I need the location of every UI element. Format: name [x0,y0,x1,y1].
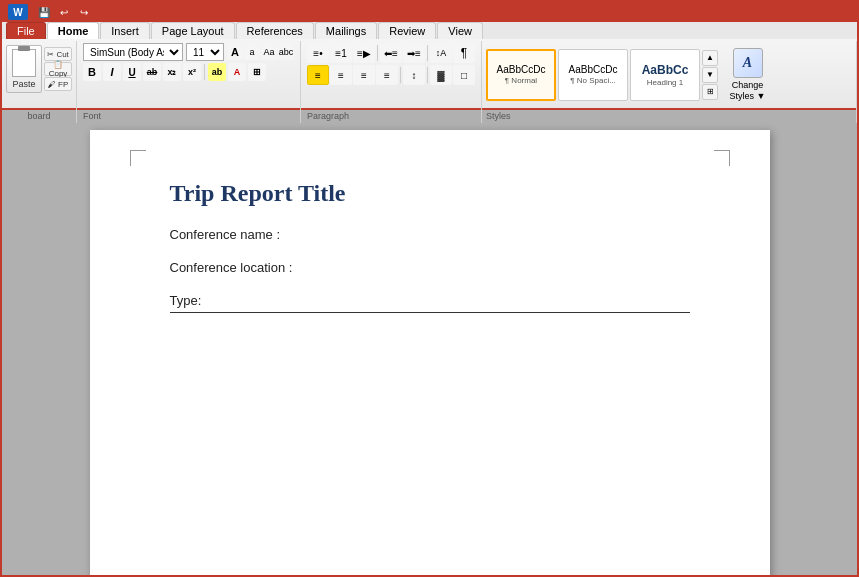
conference-location-label: Conference location : [170,260,293,275]
styles-gallery: AaBbCcDc ¶ Normal AaBbCcDc ¶ No Spaci...… [486,43,852,107]
align-right-button[interactable]: ≡ [353,65,375,85]
conference-location-field: Conference location : [170,260,690,275]
show-hide-button[interactable]: ¶ [453,43,475,63]
change-styles-button[interactable]: A ChangeStyles ▼ [720,43,775,107]
font-size-buttons: A a Aa abc [227,44,294,60]
font-color-button[interactable]: A [228,63,246,81]
style-heading1[interactable]: AaBbCc Heading 1 [630,49,700,101]
para-divider4 [427,67,428,83]
gallery-scroll-up[interactable]: ▲ [702,50,718,66]
paragraph-section-label: Paragraph [307,111,349,121]
decrease-font-size-button[interactable]: a [244,44,260,60]
tab-file[interactable]: File [6,22,46,39]
tab-references[interactable]: References [236,22,314,39]
ribbon-tabs: File Home Insert Page Layout References … [2,22,857,39]
borders-button[interactable]: □ [453,65,475,85]
ribbon: File Home Insert Page Layout References … [2,22,857,110]
style-normal-preview: AaBbCcDc [497,64,546,75]
styles-section: AaBbCcDc ¶ Normal AaBbCcDc ¶ No Spaci...… [482,41,857,123]
style-normal[interactable]: AaBbCcDc ¶ Normal [486,49,556,101]
font-divider [204,64,205,80]
clipboard-label: board [27,111,50,121]
clipboard-small-buttons: ✂ Cut 📋 Copy 🖌 FP [44,47,72,91]
document-page: Trip Report Title Conference name : Conf… [90,130,770,575]
clipboard-buttons: Paste ✂ Cut 📋 Copy 🖌 FP [6,45,72,93]
subscript-button[interactable]: x₂ [163,63,181,81]
superscript-button[interactable]: x² [183,63,201,81]
style-no-spacing[interactable]: AaBbCcDc ¶ No Spaci... [558,49,628,101]
font-row1: SimSun (Body As... 11 A a Aa abc [83,43,294,61]
font-section-label: Font [83,111,101,121]
shading-button[interactable]: ⊞ [248,63,266,81]
font-family-select[interactable]: SimSun (Body As... [83,43,183,61]
type-field: Type: [170,293,690,313]
page-corner-top-left [130,150,146,166]
change-styles-label: ChangeStyles ▼ [730,80,766,102]
save-button[interactable]: 💾 [36,4,52,20]
text-highlight-button[interactable]: ab [208,63,226,81]
document-title: Trip Report Title [170,180,690,207]
underline-button[interactable]: U [123,63,141,81]
numbered-list-button[interactable]: ≡1 [330,43,352,63]
decrease-indent-button[interactable]: ⬅≡ [380,43,402,63]
para-row1: ≡• ≡1 ≡▶ ⬅≡ ➡≡ ↕A ¶ [307,43,475,63]
shading-fill-button[interactable]: ▓ [430,65,452,85]
styles-section-label: Styles [486,111,511,121]
bold-button[interactable]: B [83,63,101,81]
style-heading1-preview: AaBbCc [642,63,689,77]
text-effects-button[interactable]: abc [278,44,294,60]
clear-format-button[interactable]: Aa [261,44,277,60]
increase-indent-button[interactable]: ➡≡ [403,43,425,63]
copy-button[interactable]: 📋 Copy [44,62,72,76]
align-left-button[interactable]: ≡ [307,65,329,85]
paste-icon [12,49,36,77]
gallery-arrows: ▲ ▼ ⊞ [702,50,718,100]
style-heading1-name: Heading 1 [647,78,683,87]
gallery-scroll-down[interactable]: ▼ [702,67,718,83]
change-styles-icon: A [733,48,763,78]
para-divider2 [427,45,428,61]
increase-font-size-button[interactable]: A [227,44,243,60]
app-window: W 💾 ↩ ↪ File Home Insert Page Layout Ref… [0,0,859,577]
tab-home[interactable]: Home [47,22,100,39]
conference-name-field: Conference name : [170,227,690,242]
document-area: Trip Report Title Conference name : Conf… [2,110,857,575]
style-no-spacing-preview: AaBbCcDc [569,64,618,75]
multilevel-list-button[interactable]: ≡▶ [353,43,375,63]
tab-review[interactable]: Review [378,22,436,39]
sort-button[interactable]: ↕A [430,43,452,63]
gallery-expand[interactable]: ⊞ [702,84,718,100]
align-center-button[interactable]: ≡ [330,65,352,85]
line-spacing-button[interactable]: ↕ [403,65,425,85]
clipboard-section: Paste ✂ Cut 📋 Copy 🖌 FP board [2,41,77,123]
tab-view[interactable]: View [437,22,483,39]
quick-access-toolbar: W 💾 ↩ ↪ [2,2,857,22]
font-section: SimSun (Body As... 11 A a Aa abc B I [77,41,301,123]
tab-insert[interactable]: Insert [100,22,150,39]
page-corner-top-right [714,150,730,166]
paste-label: Paste [12,79,35,89]
cut-button[interactable]: ✂ Cut [44,47,72,61]
justify-button[interactable]: ≡ [376,65,398,85]
style-normal-name: ¶ Normal [505,76,537,85]
format-painter-button[interactable]: 🖌 FP [44,77,72,91]
word-logo: W [8,4,28,20]
ribbon-content: Paste ✂ Cut 📋 Copy 🖌 FP board SimSun (Bo… [2,39,857,125]
para-divider3 [400,67,401,83]
tab-mailings[interactable]: Mailings [315,22,377,39]
style-no-spacing-name: ¶ No Spaci... [570,76,616,85]
strikethrough-button[interactable]: ab [143,63,161,81]
conference-name-label: Conference name : [170,227,281,242]
undo-button[interactable]: ↩ [56,4,72,20]
type-label: Type: [170,293,202,308]
para-divider1 [377,45,378,61]
tab-page-layout[interactable]: Page Layout [151,22,235,39]
bullet-list-button[interactable]: ≡• [307,43,329,63]
font-row2: B I U ab x₂ x² ab A ⊞ [83,63,294,81]
italic-button[interactable]: I [103,63,121,81]
font-size-select[interactable]: 11 [186,43,224,61]
paste-button[interactable]: Paste [6,45,42,93]
paragraph-section: ≡• ≡1 ≡▶ ⬅≡ ➡≡ ↕A ¶ ≡ ≡ ≡ ≡ ↕ [301,41,482,123]
para-row2: ≡ ≡ ≡ ≡ ↕ ▓ □ [307,65,475,85]
redo-button[interactable]: ↪ [76,4,92,20]
